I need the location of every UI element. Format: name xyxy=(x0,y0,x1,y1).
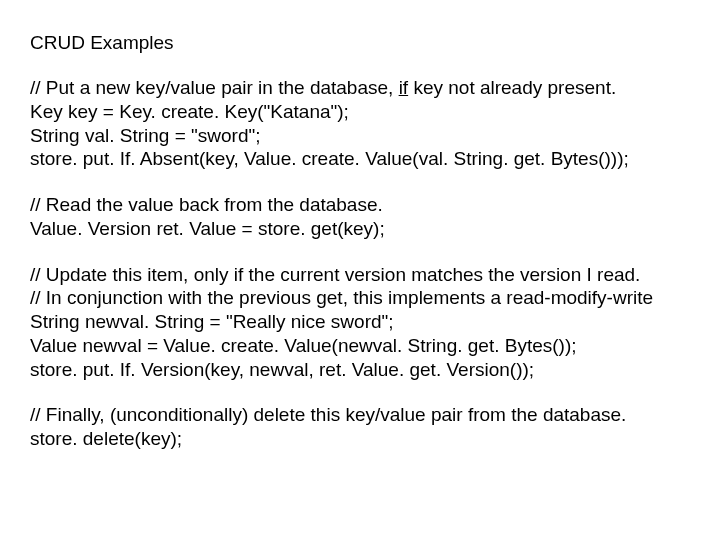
comment-line: // Put a new key/value pair in the datab… xyxy=(30,76,690,100)
slide-title: CRUD Examples xyxy=(30,32,690,54)
text: // Put a new key/value pair in the datab… xyxy=(30,77,399,98)
slide: CRUD Examples // Put a new key/value pai… xyxy=(0,0,720,540)
comment-line: // Finally, (unconditionally) delete thi… xyxy=(30,403,690,427)
code-line: Value newval = Value. create. Value(newv… xyxy=(30,334,690,358)
code-line: store. put. If. Absent(key, Value. creat… xyxy=(30,147,690,171)
code-block-put: // Put a new key/value pair in the datab… xyxy=(30,76,690,171)
code-block-read: // Read the value back from the database… xyxy=(30,193,690,241)
code-line: Value. Version ret. Value = store. get(k… xyxy=(30,217,690,241)
comment-line: // Read the value back from the database… xyxy=(30,193,690,217)
comment-line: // In conjunction with the previous get,… xyxy=(30,286,690,310)
code-line: store. put. If. Version(key, newval, ret… xyxy=(30,358,690,382)
code-block-delete: // Finally, (unconditionally) delete thi… xyxy=(30,403,690,451)
code-block-update: // Update this item, only if the current… xyxy=(30,263,690,382)
text: key not already present. xyxy=(408,77,616,98)
code-line: String val. String = "sword"; xyxy=(30,124,690,148)
code-line: store. delete(key); xyxy=(30,427,690,451)
code-line: Key key = Key. create. Key("Katana"); xyxy=(30,100,690,124)
text-underline: if xyxy=(399,77,409,98)
code-line: String newval. String = "Really nice swo… xyxy=(30,310,690,334)
comment-line: // Update this item, only if the current… xyxy=(30,263,690,287)
